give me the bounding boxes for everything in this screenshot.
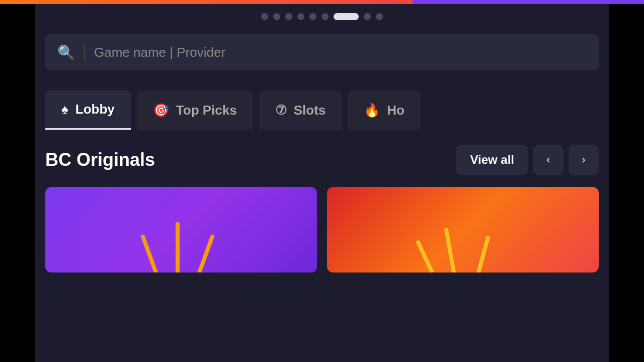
tab-slots[interactable]: ⑦ Slots (259, 90, 342, 130)
lobby-icon: ♠ (61, 102, 68, 117)
dot-1[interactable] (261, 13, 268, 20)
tabs-container: ♠ Lobby 🎯 Top Picks ⑦ Slots 🔥 Ho (35, 80, 609, 130)
top-picks-icon: 🎯 (153, 103, 169, 118)
search-placeholder: Game name | Provider (94, 45, 225, 60)
main-container: 🔍 Game name | Provider ♠ Lobby 🎯 Top Pic… (35, 4, 609, 362)
tab-hot[interactable]: 🔥 Ho (348, 90, 421, 130)
search-bar[interactable]: 🔍 Game name | Provider (45, 34, 599, 70)
next-button[interactable]: › (569, 145, 599, 175)
tab-top-picks-label: Top Picks (176, 103, 237, 118)
tab-slots-label: Slots (294, 103, 326, 118)
game-card-2[interactable] (327, 187, 599, 273)
game-cards (45, 187, 599, 273)
dot-4[interactable] (297, 13, 304, 20)
tab-lobby-label: Lobby (75, 102, 115, 117)
dot-6[interactable] (321, 13, 329, 20)
spark-red-3 (476, 236, 490, 273)
spark-purple-3 (198, 234, 215, 273)
tab-lobby[interactable]: ♠ Lobby (45, 90, 131, 130)
top-bar-right (413, 0, 644, 4)
content-area: BC Originals View all ‹ › (35, 130, 609, 283)
tab-hot-label: Ho (387, 103, 405, 118)
section-title-bc-originals: BC Originals (45, 149, 155, 170)
section-controls: View all ‹ › (456, 145, 599, 175)
spark-purple-1 (140, 234, 158, 273)
spark-red-2 (444, 228, 456, 273)
slots-icon: ⑦ (275, 103, 287, 118)
dot-7[interactable] (334, 13, 359, 20)
top-bar-left (0, 0, 413, 4)
view-all-button[interactable]: View all (456, 145, 528, 175)
hot-icon: 🔥 (364, 103, 380, 118)
dot-8[interactable] (364, 13, 371, 20)
search-bar-wrap: 🔍 Game name | Provider (35, 29, 609, 80)
dot-2[interactable] (273, 13, 280, 20)
game-card-1[interactable] (45, 187, 317, 273)
spark-red-1 (416, 240, 434, 273)
dot-5[interactable] (309, 13, 316, 20)
top-bar (0, 0, 644, 4)
search-divider (84, 43, 85, 61)
dot-9[interactable] (376, 13, 383, 20)
section-header-bc-originals: BC Originals View all ‹ › (45, 145, 599, 175)
search-icon: 🔍 (57, 44, 75, 61)
tab-top-picks[interactable]: 🎯 Top Picks (137, 90, 253, 130)
carousel-dots (35, 4, 609, 29)
spark-purple-2 (176, 222, 180, 273)
prev-button[interactable]: ‹ (533, 145, 564, 175)
dot-3[interactable] (285, 13, 292, 20)
